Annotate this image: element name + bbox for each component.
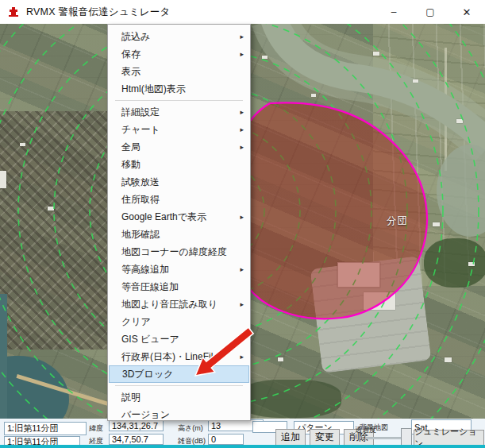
latitude-label: 緯度: [89, 423, 103, 434]
menu-item-save[interactable]: 保存▸: [108, 45, 250, 63]
menu-item-all-stations[interactable]: 全局▸: [108, 138, 250, 156]
noise-input[interactable]: [208, 434, 244, 445]
menu-item-add-isobar[interactable]: 等音圧線追加: [108, 278, 250, 295]
submenu-arrow-icon: ▸: [240, 213, 244, 221]
menu-item-html-map-display[interactable]: Html(地図)表示: [108, 80, 250, 98]
menu-item-test-broadcast[interactable]: 試験放送: [108, 173, 250, 191]
app-window: { "window": { "title": "RVMX 警報音伝達シュミレータ…: [0, 0, 485, 448]
opacity-label: 透過度: [355, 425, 376, 435]
menu-separator: [115, 385, 243, 386]
menu-item-read-pressure-from-map[interactable]: 地図より音圧読み取り▸: [108, 295, 250, 313]
close-button[interactable]: ✕: [448, 0, 485, 24]
chevron-down-icon: ⌄: [9, 425, 15, 433]
menu-item-google-earth[interactable]: Google Earthで表示▸: [108, 208, 250, 226]
window-title: RVMX 警報音伝達シュミレータ: [26, 6, 171, 19]
menu-item-move[interactable]: 移動: [108, 156, 250, 173]
menu-item-load[interactable]: 読込み▸: [108, 28, 250, 45]
minimize-button[interactable]: –: [375, 0, 412, 24]
longitude-input[interactable]: [109, 434, 164, 445]
submenu-arrow-icon: ▸: [240, 300, 244, 308]
menu-item-get-address[interactable]: 住所取得: [108, 191, 250, 208]
height-label: 高さ(m): [178, 423, 203, 434]
add-button[interactable]: 追加: [275, 429, 306, 446]
menu-item-detail-settings[interactable]: 詳細設定▸: [108, 103, 250, 121]
opacity-slider-thumb[interactable]: [401, 428, 412, 446]
simulate-button[interactable]: シュミレーション: [414, 430, 484, 446]
submenu-arrow-icon: ▸: [240, 143, 244, 151]
menu-separator: [115, 100, 243, 101]
maximize-button[interactable]: ▢: [412, 0, 448, 24]
app-icon: [7, 6, 20, 18]
change-button[interactable]: 変更: [310, 429, 340, 446]
menu-item-version[interactable]: バージョン: [108, 406, 250, 423]
menu-item-explanation[interactable]: 説明: [108, 388, 250, 406]
submenu-arrow-icon: ▸: [240, 33, 244, 41]
zone-select-combo[interactable]: 1:旧第11分団 ⌄: [4, 422, 87, 435]
bottom-accent-bar: [0, 445, 485, 448]
menu-item-terrain-check[interactable]: 地形確認: [108, 226, 250, 243]
submenu-arrow-icon: ▸: [240, 108, 244, 116]
title-bar: RVMX 警報音伝達シュミレータ – ▢ ✕: [0, 0, 485, 24]
annotation-arrow: [191, 322, 258, 381]
zone-map-label: 分団: [387, 214, 408, 228]
submenu-arrow-icon: ▸: [240, 265, 244, 273]
submenu-arrow-icon: ▸: [240, 126, 244, 133]
menu-item-display[interactable]: 表示: [108, 63, 250, 80]
menu-item-map-corner-latlon[interactable]: 地図コーナーの緯度経度: [108, 243, 250, 261]
submenu-arrow-icon: ▸: [240, 50, 244, 58]
menu-item-chart[interactable]: チャート▸: [108, 121, 250, 138]
menu-item-add-contour[interactable]: 等高線追加▸: [108, 261, 250, 278]
